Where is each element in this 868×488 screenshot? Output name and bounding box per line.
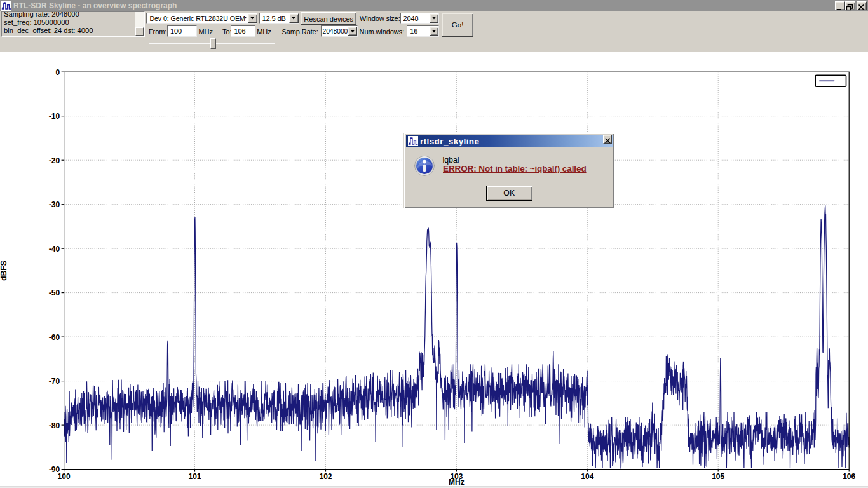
svg-text:102: 102 [319,472,332,481]
svg-text:-10: -10 [49,112,60,121]
svg-text:dBFS: dBFS [0,261,8,280]
svg-text:-40: -40 [49,245,60,254]
svg-text:-50: -50 [49,288,60,297]
svg-text:-20: -20 [49,156,60,165]
svg-text:104: 104 [581,472,593,481]
svg-text:105: 105 [712,472,724,481]
svg-text:-60: -60 [49,333,60,342]
svg-text:0: 0 [55,68,60,77]
svg-text:101: 101 [188,472,201,481]
svg-text:-80: -80 [49,421,60,430]
svg-text:106: 106 [843,472,855,481]
svg-text:100: 100 [58,472,71,481]
svg-text:-70: -70 [49,377,60,386]
svg-text:-30: -30 [49,200,60,209]
